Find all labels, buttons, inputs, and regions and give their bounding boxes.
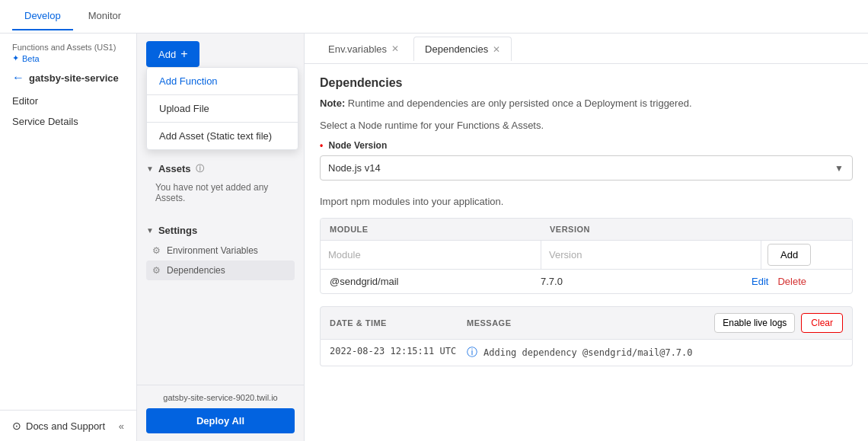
import-label: Import npm modules into your application… (320, 196, 853, 207)
settings-item-env-vars[interactable]: ⚙ Environment Variables (146, 241, 295, 260)
table-input-row: Add (321, 241, 852, 270)
dropdown-item-add-function[interactable]: Add Function (147, 68, 298, 94)
tab-env-variables[interactable]: Env.variables ✕ (317, 37, 410, 61)
log-message-header: MESSAGE (467, 318, 714, 328)
module-input[interactable] (321, 241, 541, 269)
sidebar-functions-label: Functions and Assets (US1) (12, 43, 124, 52)
assets-info-icon[interactable]: ⓘ (196, 163, 204, 174)
tab-close-deps[interactable]: ✕ (493, 44, 500, 55)
delete-dependency-button[interactable]: Delete (777, 276, 806, 287)
sidebar-item-service-details[interactable]: Service Details (0, 111, 136, 132)
sidebar-bottom: ⊙ Docs and Support « (0, 410, 136, 441)
docs-icon: ⊙ (12, 420, 21, 432)
collapse-icon: « (119, 420, 124, 432)
sidebar-item-editor[interactable]: Editor (0, 91, 136, 111)
node-version-select[interactable]: Node.js v14 (320, 155, 853, 181)
deploy-all-button[interactable]: Deploy All (146, 408, 295, 433)
dropdown-item-add-asset[interactable]: Add Asset (Static text file) (147, 123, 298, 149)
sidebar-header: Functions and Assets (US1) ✦ Beta (0, 34, 136, 68)
docs-and-support[interactable]: ⊙ Docs and Support (12, 420, 105, 432)
version-cell: 7.7.0 (541, 276, 752, 287)
sidebar: Functions and Assets (US1) ✦ Beta ← gats… (0, 34, 137, 441)
sidebar-back-arrow[interactable]: ← gatsby-site-service (0, 68, 136, 88)
settings-section-header: ▼ Settings (146, 220, 295, 241)
row-actions: Edit Delete (752, 276, 843, 287)
settings-toggle-icon[interactable]: ▼ (146, 226, 154, 235)
collapse-sidebar-button[interactable]: « (119, 420, 124, 432)
tab-dependencies[interactable]: Dependencies ✕ (413, 37, 512, 61)
back-icon[interactable]: ← (12, 71, 24, 85)
log-row: 2022-08-23 12:15:11 UTC ⓘ Adding depende… (320, 340, 853, 366)
note-text: Note: Runtime and dependencies are only … (320, 97, 853, 109)
enable-live-logs-button[interactable]: Enable live logs (714, 313, 795, 333)
add-dropdown-menu: Add Function Upload File Add Asset (Stat… (146, 67, 298, 150)
gear-icon-env: ⚙ (152, 245, 161, 256)
settings-section: ▼ Settings ⚙ Environment Variables ⚙ Dep… (137, 213, 304, 283)
no-assets-message: You have not yet added any Assets. (146, 179, 295, 209)
node-version-select-wrapper: Node.js v14 ▼ (320, 155, 853, 181)
logs-header: DATE & TIME MESSAGE Enable live logs Cle… (320, 306, 853, 340)
log-message-text: Adding dependency @sendgrid/mail@7.7.0 (483, 347, 693, 358)
sidebar-beta: ✦ Beta (12, 52, 124, 65)
clear-logs-button[interactable]: Clear (801, 313, 843, 333)
assets-label: Assets (158, 163, 191, 174)
edit-dependency-button[interactable]: Edit (752, 276, 768, 287)
table-row: @sendgrid/mail 7.7.0 Edit Delete (321, 270, 852, 293)
version-input[interactable] (541, 241, 761, 269)
add-button-label: Add (158, 49, 176, 60)
node-version-label: • Node Version (320, 140, 853, 151)
th-version: VERSION (541, 219, 761, 240)
log-datetime-header: DATE & TIME (330, 318, 467, 328)
tabs-bar: Env.variables ✕ Dependencies ✕ (305, 34, 868, 64)
top-navigation: Develop Monitor (0, 0, 868, 34)
table-header: MODULE VERSION (321, 219, 852, 241)
plus-icon: + (180, 47, 187, 61)
select-node-label: Select a Node runtime for your Functions… (320, 120, 853, 131)
note-body: Runtime and dependencies are only persis… (348, 97, 692, 109)
middle-panel: Add + Add Function Upload File Add Asset… (137, 34, 305, 441)
sidebar-nav: Editor Service Details (0, 88, 136, 135)
right-panel: Env.variables ✕ Dependencies ✕ Dependenc… (305, 34, 868, 441)
middle-footer: gatsby-site-service-9020.twil.io Deploy … (137, 385, 304, 441)
assets-section: ▼ Assets ⓘ You have not yet added any As… (137, 151, 304, 213)
tab-develop[interactable]: Develop (12, 2, 73, 30)
log-info-icon: ⓘ (467, 346, 477, 360)
service-name: gatsby-site-service (29, 72, 119, 84)
settings-item-dependencies[interactable]: ⚙ Dependencies (146, 260, 295, 280)
dependencies-table: MODULE VERSION Add @sendgrid/mail 7.7.0 (320, 218, 853, 294)
tab-monitor[interactable]: Monitor (76, 2, 133, 30)
module-cell: @sendgrid/mail (330, 276, 541, 287)
required-indicator: • (320, 140, 323, 151)
th-actions (761, 219, 852, 240)
assets-toggle-icon[interactable]: ▼ (146, 165, 154, 173)
settings-label: Settings (158, 225, 197, 236)
gear-icon-deps: ⚙ (152, 265, 161, 276)
tab-close-env[interactable]: ✕ (391, 43, 399, 54)
logs-actions: Enable live logs Clear (714, 313, 843, 333)
panel-content: Dependencies Note: Runtime and dependenc… (305, 64, 868, 441)
th-module: MODULE (321, 219, 541, 240)
service-url: gatsby-site-service-9020.twil.io (146, 393, 295, 402)
add-button[interactable]: Add + (146, 41, 199, 67)
add-dependency-button[interactable]: Add (767, 244, 811, 266)
panel-title: Dependencies (320, 76, 853, 90)
log-timestamp: 2022-08-23 12:15:11 UTC (330, 346, 467, 356)
log-message: ⓘ Adding dependency @sendgrid/mail@7.7.0 (467, 346, 843, 360)
assets-section-header: ▼ Assets ⓘ (146, 158, 295, 179)
dropdown-item-upload-file[interactable]: Upload File (147, 95, 298, 122)
